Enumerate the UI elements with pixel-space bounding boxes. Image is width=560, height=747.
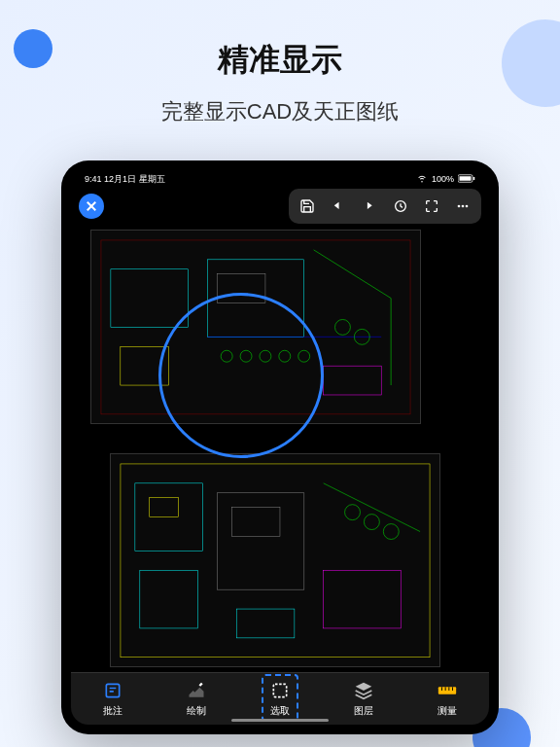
- svg-rect-37: [273, 684, 286, 696]
- svg-rect-9: [111, 269, 189, 328]
- page-title: 精准显示: [0, 0, 560, 82]
- svg-point-6: [466, 205, 469, 208]
- svg-point-32: [383, 524, 399, 540]
- svg-rect-2: [473, 177, 475, 180]
- draw-icon: [186, 680, 207, 701]
- home-indicator[interactable]: [231, 719, 329, 722]
- svg-rect-38: [438, 687, 456, 694]
- svg-rect-23: [324, 366, 382, 395]
- statusbar-time: 9:41: [85, 174, 102, 184]
- close-button[interactable]: [79, 194, 104, 219]
- note-icon: [102, 680, 123, 701]
- save-button[interactable]: [293, 193, 322, 220]
- toolbar-group: [289, 189, 481, 224]
- tab-label: 绘制: [187, 704, 206, 718]
- statusbar-left: 9:41 12月1日 星期五: [85, 173, 165, 186]
- tab-label: 图层: [354, 704, 373, 718]
- svg-line-29: [324, 483, 420, 532]
- svg-rect-26: [140, 570, 198, 628]
- layers-icon: [353, 680, 374, 701]
- tablet-frame: 9:41 12月1日 星期五 100%: [61, 160, 499, 734]
- more-button[interactable]: [448, 193, 477, 220]
- svg-rect-34: [150, 498, 179, 517]
- tab-measure[interactable]: 测量: [437, 680, 458, 718]
- svg-point-5: [462, 205, 465, 208]
- tab-select[interactable]: 选取: [269, 680, 291, 718]
- wifi-icon: [416, 172, 428, 186]
- fullscreen-button[interactable]: [417, 193, 446, 220]
- svg-rect-33: [324, 570, 402, 628]
- statusbar: 9:41 12月1日 星期五 100%: [71, 170, 489, 188]
- battery-pct: 100%: [432, 174, 454, 184]
- page-subtitle: 完整显示CAD及天正图纸: [0, 97, 560, 126]
- svg-point-31: [364, 515, 379, 530]
- statusbar-date: 12月1日 星期五: [104, 174, 165, 184]
- cad-drawing-2: [110, 453, 440, 667]
- svg-point-4: [458, 205, 461, 208]
- svg-rect-1: [460, 176, 472, 181]
- select-icon: [269, 680, 291, 701]
- undo-button[interactable]: [324, 193, 353, 220]
- statusbar-right: 100%: [416, 172, 475, 186]
- tab-layers[interactable]: 图层: [353, 680, 374, 718]
- tablet-screen: 9:41 12月1日 星期五 100%: [71, 170, 489, 725]
- main-toolbar: [71, 188, 489, 225]
- ruler-icon: [437, 680, 458, 701]
- magnifier-overlay: [158, 293, 324, 458]
- svg-point-30: [345, 505, 361, 520]
- redo-button[interactable]: [355, 193, 384, 220]
- tab-draw[interactable]: 绘制: [186, 680, 207, 718]
- sync-button[interactable]: [386, 193, 415, 220]
- battery-icon: [458, 174, 475, 185]
- tab-annotate[interactable]: 批注: [102, 680, 123, 718]
- bottom-tabs: 批注 绘制 选取 图层: [71, 672, 489, 725]
- svg-rect-35: [236, 609, 295, 638]
- tab-label: 批注: [103, 704, 122, 718]
- svg-point-21: [334, 319, 350, 335]
- svg-rect-28: [231, 508, 280, 537]
- tab-label: 测量: [438, 704, 457, 718]
- tab-label: 选取: [270, 704, 290, 718]
- svg-line-14: [314, 250, 392, 299]
- drawing-canvas[interactable]: [71, 225, 489, 672]
- bg-decoration-circle: [14, 29, 52, 68]
